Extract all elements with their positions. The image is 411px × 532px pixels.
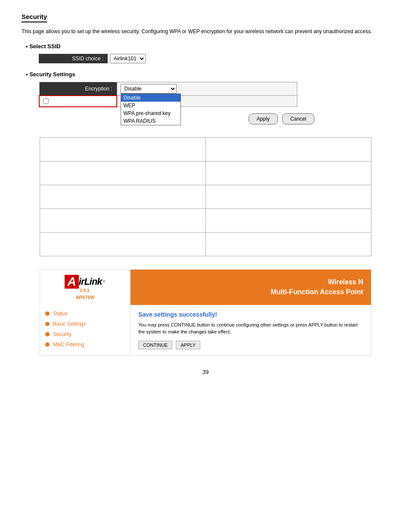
- security-section: Security This page allows you to set up …: [22, 13, 389, 124]
- empty-cell-8: [206, 208, 371, 232]
- empty-cell-6: [206, 185, 371, 208]
- widget-apply-button[interactable]: APPLY: [176, 341, 200, 349]
- dropdown-item-wep[interactable]: WEP: [121, 102, 181, 109]
- logo-a: A: [65, 275, 78, 289]
- empty-cell-9: [40, 232, 206, 256]
- airlink-logo: A irLink ®: [65, 275, 105, 289]
- continue-button[interactable]: CONTINUE: [138, 341, 172, 349]
- widget-container: A irLink ® 101 AP671W Wireless N Multi-F…: [40, 269, 371, 356]
- nav-dot-security: [45, 332, 50, 336]
- encryption-row: Encryption : Disable Disable WEP WPA pre…: [39, 82, 297, 96]
- empty-row-2: [40, 161, 371, 185]
- ssid-section-label: Select SSID: [26, 43, 389, 50]
- widget-title-line2: Multi-Function Access Point: [271, 287, 363, 297]
- dropdown-item-wpa-psk[interactable]: WPA pre-shared key: [121, 109, 181, 117]
- security-settings-table: Encryption : Disable Disable WEP WPA pre…: [39, 82, 297, 107]
- empty-row-5: [40, 232, 371, 256]
- auth-label-text: Enable 802.1x Authenticati: [51, 98, 112, 104]
- empty-cell-2: [206, 137, 371, 161]
- sidebar-item-mac-filtering[interactable]: MAC Filtering: [40, 339, 130, 350]
- sidebar-label-security: Security: [53, 331, 72, 337]
- apply-button[interactable]: Apply: [249, 113, 278, 124]
- logo-registered: ®: [103, 280, 106, 283]
- empty-row-3: [40, 185, 371, 208]
- auth-checkbox-area: Enable 802.1x Authenticati: [43, 98, 113, 104]
- ssid-select[interactable]: Airlink101: [110, 54, 146, 63]
- nav-dot-status: [45, 311, 50, 316]
- widget-title-line1: Wireless N: [271, 277, 363, 287]
- dropdown-item-wpa-radius[interactable]: WPA RADIUS: [121, 117, 181, 125]
- empty-table: [40, 137, 371, 256]
- save-success-title: Save settings successfully!: [138, 311, 363, 318]
- widget-body: Status Basic Settings Security MAC Filte…: [40, 305, 371, 355]
- sidebar-item-security[interactable]: Security: [40, 329, 130, 339]
- empty-cell-5: [40, 185, 206, 208]
- encryption-select[interactable]: Disable: [121, 84, 177, 93]
- empty-cell-3: [40, 161, 206, 185]
- encryption-label: Encryption :: [39, 82, 117, 96]
- widget-sidebar: Status Basic Settings Security MAC Filte…: [40, 305, 131, 355]
- widget-content: Save settings successfully! You may pres…: [131, 305, 371, 355]
- sidebar-item-status[interactable]: Status: [40, 308, 130, 319]
- sidebar-item-basic-settings[interactable]: Basic Settings: [40, 319, 130, 329]
- empty-cell-7: [40, 208, 206, 232]
- encryption-dropdown: Disable WEP WPA pre-shared key WPA RADIU…: [121, 93, 181, 125]
- empty-cell-4: [206, 161, 371, 185]
- widget-title: Wireless N Multi-Function Access Point: [271, 277, 363, 297]
- nav-dot-mac: [45, 342, 50, 347]
- ssid-row: SSID choice : Airlink101: [39, 54, 389, 63]
- empty-cell-10: [206, 232, 371, 256]
- security-settings-label: Security Settings: [26, 71, 389, 78]
- cancel-button[interactable]: Cancel: [282, 113, 314, 124]
- nav-dot-basic: [45, 322, 50, 326]
- ssid-field-label: SSID choice :: [39, 54, 108, 63]
- save-success-desc: You may press CONTINUE button to continu…: [138, 321, 363, 336]
- page-title: Security: [22, 13, 47, 22]
- auth-label: Enable 802.1x Authenticati: [39, 96, 117, 107]
- widget-buttons: CONTINUE APPLY: [138, 341, 363, 349]
- sidebar-label-status: Status: [53, 311, 68, 317]
- widget-logo-area: A irLink ® 101 AP671W: [40, 270, 131, 305]
- empty-row-1: [40, 137, 371, 161]
- dropdown-item-disable[interactable]: Disable: [121, 94, 181, 102]
- logo-101: 101: [80, 288, 90, 293]
- auth-checkbox[interactable]: [43, 98, 49, 104]
- sidebar-label-basic: Basic Settings: [53, 321, 86, 327]
- widget-header: A irLink ® 101 AP671W Wireless N Multi-F…: [40, 270, 371, 305]
- logo-irlink: irLink: [79, 276, 102, 287]
- model-label: AP671W: [75, 295, 94, 300]
- encryption-wrapper: Disable Disable WEP WPA pre-shared key W…: [121, 84, 177, 93]
- sidebar-label-mac: MAC Filtering: [53, 342, 84, 348]
- page-description: This page allows you to set up the wirel…: [22, 28, 389, 35]
- empty-cell-1: [40, 137, 206, 161]
- widget-title-area: Wireless N Multi-Function Access Point: [131, 270, 371, 305]
- page-number: 39: [22, 369, 389, 375]
- encryption-value-cell: Disable Disable WEP WPA pre-shared key W…: [117, 82, 297, 96]
- logo-sub: 101: [80, 288, 90, 293]
- empty-row-4: [40, 208, 371, 232]
